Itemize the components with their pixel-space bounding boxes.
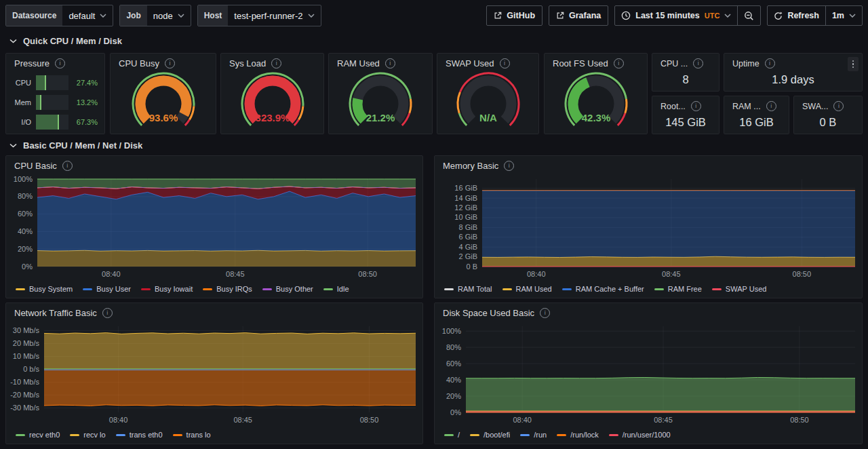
- grafana-link-button[interactable]: Grafana: [549, 5, 608, 26]
- info-icon[interactable]: i: [833, 101, 844, 111]
- info-icon[interactable]: i: [540, 308, 550, 318]
- panel-title[interactable]: CPU ...: [660, 59, 688, 69]
- row-quick-cpu-mem-disk[interactable]: Quick CPU / Mem / Disk: [0, 34, 868, 47]
- refresh-interval-select[interactable]: 1m: [825, 6, 862, 25]
- panel-title[interactable]: Disk Space Used Basic: [443, 308, 534, 318]
- legend-swatch: [323, 288, 333, 290]
- legend-item[interactable]: RAM Used: [502, 285, 552, 293]
- github-link-button[interactable]: GitHub: [486, 5, 542, 26]
- info-icon[interactable]: i: [500, 58, 510, 69]
- info-icon[interactable]: i: [693, 58, 703, 69]
- panel-title[interactable]: SWA...: [802, 102, 828, 111]
- zoom-out-button[interactable]: [737, 6, 760, 25]
- legend-swatch: [116, 434, 125, 436]
- legend-item[interactable]: /boot/efi: [470, 431, 510, 439]
- svg-text:14 GiB: 14 GiB: [454, 194, 477, 202]
- svg-text:20 Mb/s: 20 Mb/s: [13, 339, 40, 347]
- disk-space-used-basic-chart[interactable]: 0%20%40%60%80%100%08:4008:4508:50: [435, 321, 862, 426]
- pressure-value: 13.2%: [73, 98, 98, 106]
- panel-title[interactable]: CPU Basic: [14, 161, 57, 171]
- datasource-select[interactable]: default: [62, 5, 113, 26]
- stat-value: 1.9 days: [724, 73, 862, 86]
- datasource-variable[interactable]: Datasource default: [5, 5, 113, 26]
- info-icon[interactable]: i: [504, 161, 514, 171]
- panel-title[interactable]: CPU Busy: [119, 58, 159, 69]
- info-icon[interactable]: i: [385, 58, 395, 69]
- legend-item[interactable]: RAM Total: [444, 285, 492, 293]
- info-icon[interactable]: i: [55, 58, 65, 69]
- legend-item[interactable]: recv eth0: [16, 431, 60, 439]
- legend-item[interactable]: /: [444, 431, 460, 439]
- legend-item[interactable]: RAM Free: [654, 285, 702, 293]
- info-icon[interactable]: i: [165, 58, 175, 69]
- legend-item[interactable]: /run/user/1000: [609, 431, 671, 439]
- magnifier-minus-icon: [744, 11, 754, 21]
- panel-ram-used: RAM Usedi 21.2%: [328, 53, 433, 134]
- panel-title[interactable]: Root...: [660, 102, 686, 111]
- panel-title[interactable]: Memory Basic: [443, 161, 498, 171]
- legend-swatch: [712, 288, 722, 290]
- info-icon[interactable]: i: [62, 161, 73, 171]
- legend-label: /run: [534, 431, 547, 439]
- legend-item[interactable]: recv lo: [70, 431, 105, 439]
- refresh-interval-value: 1m: [832, 11, 844, 20]
- legend-label: RAM Total: [458, 285, 492, 293]
- network-traffic-basic-chart[interactable]: -30 Mb/s-20 Mb/s-10 Mb/s0 b/s10 Mb/s20 M…: [6, 321, 422, 426]
- legend-swatch: [557, 434, 566, 436]
- panel-title[interactable]: Network Traffic Basic: [14, 308, 97, 318]
- panel-menu-icon[interactable]: [848, 57, 859, 71]
- legend-item[interactable]: Busy Iowait: [141, 285, 193, 293]
- svg-text:10 GiB: 10 GiB: [454, 213, 477, 221]
- time-range-picker[interactable]: Last 15 minutes UTC: [615, 6, 737, 25]
- memory-basic-legend: RAM TotalRAM UsedRAM Cache + BufferRAM F…: [444, 282, 856, 296]
- gauge-value: 42.3%: [581, 112, 610, 123]
- legend-item[interactable]: Idle: [323, 285, 349, 293]
- legend-item[interactable]: /run/lock: [557, 431, 599, 439]
- row-basic-cpu-mem-net-disk[interactable]: Basic CPU / Mem / Net / Disk: [0, 138, 868, 152]
- legend-label: recv lo: [83, 431, 105, 439]
- pressure-bar: [36, 115, 68, 130]
- pressure-row-mem: Mem 13.2%: [6, 95, 104, 110]
- pressure-bar-fill: [36, 75, 46, 90]
- sys-load-gauge: 323.9%: [221, 71, 323, 132]
- datasource-label: Datasource: [6, 5, 62, 26]
- info-icon[interactable]: i: [102, 308, 113, 318]
- gauge-value: 21.2%: [366, 112, 395, 123]
- panel-title[interactable]: Uptime: [732, 59, 760, 69]
- legend-item[interactable]: Busy System: [16, 285, 73, 293]
- legend-item[interactable]: trans lo: [173, 431, 211, 439]
- info-icon[interactable]: i: [765, 58, 775, 69]
- panel-title[interactable]: Pressure: [14, 58, 50, 69]
- legend-item[interactable]: trans eth0: [116, 431, 163, 439]
- gauge-value: 93.6%: [149, 112, 178, 123]
- host-select[interactable]: test-perf-runner-2: [228, 5, 320, 26]
- panel-title[interactable]: Root FS Used: [553, 58, 608, 69]
- svg-text:80%: 80%: [18, 192, 33, 200]
- cpu-basic-chart[interactable]: 0%20%40%60%80%100%08:4008:4508:50: [6, 174, 422, 280]
- legend-item[interactable]: SWAP Used: [712, 285, 767, 293]
- legend-item[interactable]: Busy IRQs: [203, 285, 252, 293]
- info-icon[interactable]: i: [691, 101, 701, 111]
- legend-item[interactable]: /run: [520, 431, 547, 439]
- panel-title[interactable]: SWAP Used: [446, 58, 494, 69]
- host-label: Host: [198, 5, 229, 26]
- memory-basic-chart[interactable]: 0 B2 GiB4 GiB6 GiB8 GiB10 GiB12 GiB14 Gi…: [435, 174, 862, 280]
- legend-item[interactable]: RAM Cache + Buffer: [562, 285, 644, 293]
- host-variable[interactable]: Host test-perf-runner-2: [197, 5, 321, 26]
- panel-title[interactable]: Sys Load: [229, 58, 266, 69]
- stat-value: 16 GiB: [724, 116, 789, 129]
- legend-item[interactable]: Busy User: [83, 285, 131, 293]
- legend-item[interactable]: Busy Other: [262, 285, 313, 293]
- refresh-button[interactable]: Refresh: [768, 6, 825, 25]
- info-icon[interactable]: i: [614, 58, 624, 69]
- panel-title[interactable]: RAM ...: [732, 102, 761, 111]
- panel-title[interactable]: RAM Used: [337, 58, 380, 69]
- topbar-actions: GitHub Grafana Last 15 minutes UTC: [486, 5, 863, 26]
- svg-text:08:45: 08:45: [233, 416, 252, 424]
- svg-text:80%: 80%: [446, 343, 461, 351]
- job-variable[interactable]: Job node: [119, 5, 191, 26]
- info-icon[interactable]: i: [766, 101, 776, 111]
- job-select[interactable]: node: [147, 5, 191, 26]
- root-fs-used-gauge: 42.3%: [545, 71, 647, 132]
- info-icon[interactable]: i: [271, 58, 281, 69]
